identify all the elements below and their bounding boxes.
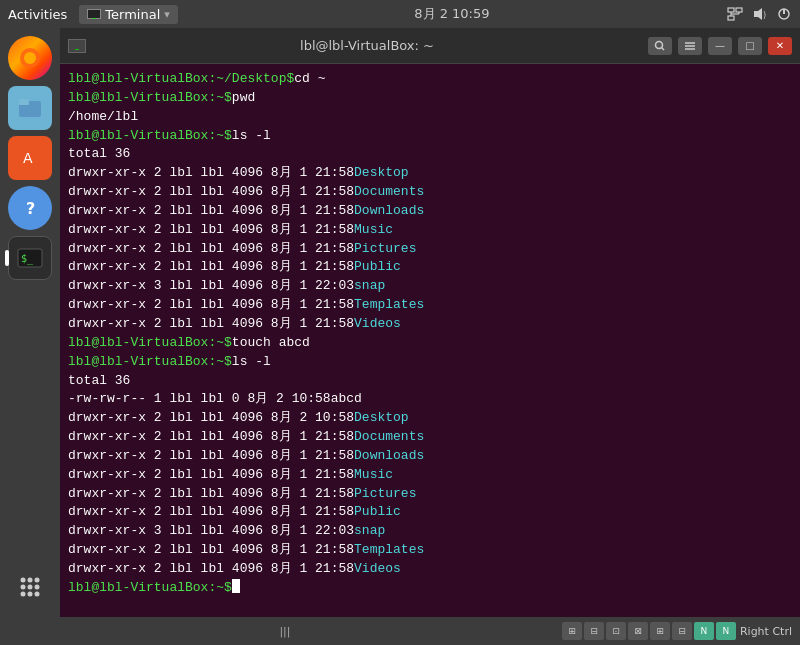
output-text: total 36: [68, 145, 130, 164]
prompt: lbl@lbl-VirtualBox:~$: [68, 127, 232, 146]
file-name: Pictures: [354, 485, 416, 504]
file-perm: drwxr-xr-x 2 lbl lbl 4096 8月 1 21:58: [68, 485, 354, 504]
file-name: Downloads: [354, 447, 424, 466]
topbar: Activities _ Terminal ▾ 8月 2 10:59: [0, 0, 800, 28]
svg-text:A: A: [23, 150, 33, 166]
svg-text:): ): [763, 11, 766, 20]
terminal-line: lbl@lbl-VirtualBox:~$ touch abcd: [68, 334, 792, 353]
menu-button[interactable]: [678, 37, 702, 55]
datetime-label: 8月 2 10:59: [414, 5, 489, 23]
terminal-line: drwxr-xr-x 2 lbl lbl 4096 8月 2 10:58 Des…: [68, 409, 792, 428]
power-icon: [776, 6, 792, 22]
terminal-window: _ lbl@lbl-VirtualBox: ~ — □ ✕: [60, 28, 800, 617]
terminal-line: -rw-rw-r-- 1 lbl lbl 0 8月 2 10:58 abcd: [68, 390, 792, 409]
tray-icon-2: ⊟: [584, 622, 604, 640]
terminal-line: drwxr-xr-x 2 lbl lbl 4096 8月 1 21:58 Pic…: [68, 240, 792, 259]
sidebar: A ? $_: [0, 28, 60, 617]
file-perm: drwxr-xr-x 2 lbl lbl 4096 8月 1 21:58: [68, 296, 354, 315]
svg-point-20: [21, 578, 26, 583]
svg-point-22: [35, 578, 40, 583]
file-name: Templates: [354, 541, 424, 560]
terminal-line: drwxr-xr-x 3 lbl lbl 4096 8月 1 22:03 sna…: [68, 277, 792, 296]
active-indicator: [5, 250, 9, 266]
svg-point-29: [656, 41, 663, 48]
terminal-line: drwxr-xr-x 2 lbl lbl 4096 8月 1 21:58 Pub…: [68, 503, 792, 522]
svg-point-27: [28, 592, 33, 597]
close-button[interactable]: ✕: [768, 37, 792, 55]
file-name: Public: [354, 503, 401, 522]
svg-rect-1: [736, 8, 742, 12]
terminal-line: total 36: [68, 145, 792, 164]
topbar-left: Activities _ Terminal ▾: [8, 5, 178, 24]
tray-icon-3: ⊡: [606, 622, 626, 640]
file-name: Videos: [354, 315, 401, 334]
tray-icons: ⊞ ⊟ ⊡ ⊠ ⊞ ⊟ N N: [562, 622, 736, 640]
terminal-line: lbl@lbl-VirtualBox:~/Desktop$ cd ~: [68, 70, 792, 89]
terminal-line: drwxr-xr-x 2 lbl lbl 4096 8月 1 21:58 Pub…: [68, 258, 792, 277]
file-perm: drwxr-xr-x 2 lbl lbl 4096 8月 1 21:58: [68, 541, 354, 560]
svg-rect-13: [19, 99, 29, 105]
file-perm: drwxr-xr-x 2 lbl lbl 4096 8月 1 21:58: [68, 164, 354, 183]
terminal-window-icon: _: [68, 39, 86, 53]
svg-text:?: ?: [26, 199, 35, 218]
sidebar-item-firefox[interactable]: [8, 36, 52, 80]
sidebar-item-apps[interactable]: [8, 565, 52, 609]
file-perm: drwxr-xr-x 3 lbl lbl 4096 8月 1 22:03: [68, 522, 354, 541]
file-perm: drwxr-xr-x 2 lbl lbl 4096 8月 1 21:58: [68, 466, 354, 485]
svg-point-25: [35, 585, 40, 590]
minimize-button[interactable]: —: [708, 37, 732, 55]
prompt: lbl@lbl-VirtualBox:~$: [68, 89, 232, 108]
terminal-titlebar: _ lbl@lbl-VirtualBox: ~ — □ ✕: [60, 28, 800, 64]
bottombar-center: |||: [279, 625, 290, 638]
terminal-line: drwxr-xr-x 2 lbl lbl 4096 8月 1 21:58 Vid…: [68, 315, 792, 334]
file-name: Pictures: [354, 240, 416, 259]
file-name: Documents: [354, 428, 424, 447]
terminal-line: drwxr-xr-x 2 lbl lbl 4096 8月 1 21:58 Mus…: [68, 466, 792, 485]
tray-icon-8: N: [716, 622, 736, 640]
svg-point-23: [21, 585, 26, 590]
sidebar-item-files[interactable]: [8, 86, 52, 130]
tray-icon-6: ⊟: [672, 622, 692, 640]
network-icon: [726, 6, 744, 22]
terminal-line: drwxr-xr-x 3 lbl lbl 4096 8月 1 22:03 sna…: [68, 522, 792, 541]
file-perm: -rw-rw-r-- 1 lbl lbl 0 8月 2 10:58: [68, 390, 331, 409]
file-perm: drwxr-xr-x 2 lbl lbl 4096 8月 1 21:58: [68, 183, 354, 202]
svg-rect-0: [728, 8, 734, 12]
svg-point-21: [28, 578, 33, 583]
help-icon: ?: [16, 194, 44, 222]
terminal-taskbar-button[interactable]: _ Terminal ▾: [79, 5, 177, 24]
menu-icon: [684, 41, 696, 51]
activities-button[interactable]: Activities: [8, 7, 67, 22]
terminal-dropdown-arrow: ▾: [164, 8, 170, 21]
svg-line-30: [662, 47, 665, 50]
svg-point-28: [35, 592, 40, 597]
terminal-line: total 36: [68, 372, 792, 391]
terminal-line: drwxr-xr-x 2 lbl lbl 4096 8月 1 21:58 Pic…: [68, 485, 792, 504]
bottombar: ||| ⊞ ⊟ ⊡ ⊠ ⊞ ⊟ N N Right Ctrl: [0, 617, 800, 645]
search-button[interactable]: [648, 37, 672, 55]
svg-marker-6: [754, 8, 762, 20]
terminal-line: lbl@lbl-VirtualBox:~$ pwd: [68, 89, 792, 108]
file-perm: drwxr-xr-x 2 lbl lbl 4096 8月 1 21:58: [68, 428, 354, 447]
file-perm: drwxr-xr-x 2 lbl lbl 4096 8月 1 21:58: [68, 221, 354, 240]
file-perm: drwxr-xr-x 3 lbl lbl 4096 8月 1 22:03: [68, 277, 354, 296]
sidebar-item-help[interactable]: ?: [8, 186, 52, 230]
file-name: Templates: [354, 296, 424, 315]
maximize-button[interactable]: □: [738, 37, 762, 55]
sidebar-item-terminal[interactable]: $_: [8, 236, 52, 280]
terminal-line: drwxr-xr-x 2 lbl lbl 4096 8月 1 21:58 Tem…: [68, 296, 792, 315]
file-name: Desktop: [354, 409, 409, 428]
terminal-line: drwxr-xr-x 2 lbl lbl 4096 8月 1 21:58 Doc…: [68, 183, 792, 202]
command: ls -l: [232, 127, 271, 146]
bottombar-right: ⊞ ⊟ ⊡ ⊠ ⊞ ⊟ N N Right Ctrl: [562, 622, 792, 640]
file-name: snap: [354, 522, 385, 541]
file-perm: drwxr-xr-x 2 lbl lbl 4096 8月 1 21:58: [68, 240, 354, 259]
file-name: Desktop: [354, 164, 409, 183]
terminal-content[interactable]: lbl@lbl-VirtualBox:~/Desktop$ cd ~lbl@lb…: [60, 64, 800, 617]
file-perm: drwxr-xr-x 2 lbl lbl 4096 8月 1 21:58: [68, 315, 354, 334]
topbar-system-icons: ): [726, 6, 792, 22]
sidebar-item-appstore[interactable]: A: [8, 136, 52, 180]
prompt: lbl@lbl-VirtualBox:~$: [68, 334, 232, 353]
terminal-line: drwxr-xr-x 2 lbl lbl 4096 8月 1 21:58 Dow…: [68, 202, 792, 221]
terminal-line: lbl@lbl-VirtualBox:~$ ls -l: [68, 127, 792, 146]
